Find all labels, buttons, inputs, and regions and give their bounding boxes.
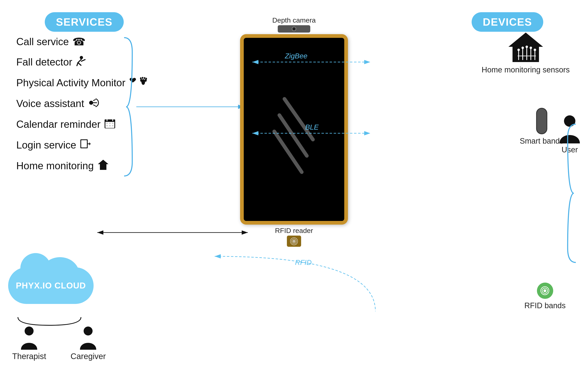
home-monitoring-label: Home monitoring bbox=[16, 160, 94, 172]
svg-point-57 bbox=[534, 49, 536, 51]
svg-line-36 bbox=[279, 115, 307, 156]
house-small-icon bbox=[98, 159, 109, 172]
caregiver-label: Caregiver bbox=[71, 352, 106, 361]
svg-line-13 bbox=[93, 100, 96, 101]
smart-bands-label: Smart bands bbox=[520, 137, 563, 145]
svg-line-15 bbox=[93, 105, 96, 106]
svg-line-1 bbox=[78, 59, 81, 63]
service-fall-detector: Fall detector bbox=[16, 56, 149, 68]
svg-line-2 bbox=[81, 60, 85, 61]
rfid-reader-box bbox=[287, 236, 301, 247]
tablet-device: Depth camera RFID reader bbox=[240, 16, 348, 247]
svg-line-4 bbox=[78, 63, 81, 65]
user-icon bbox=[557, 114, 582, 143]
user-label: User bbox=[562, 145, 578, 154]
rfid-bands-container: RFID bands bbox=[524, 283, 566, 310]
service-login-service: Login service bbox=[16, 139, 149, 151]
svg-point-8 bbox=[140, 77, 142, 79]
services-to-tablet-arrow bbox=[136, 105, 246, 109]
therapist-icon bbox=[19, 325, 39, 350]
services-list: Call service ☎ Fall detector Physical Ac… bbox=[16, 36, 149, 172]
tablet-screen[interactable] bbox=[244, 38, 344, 221]
svg-point-55 bbox=[526, 46, 528, 48]
calendar-reminder-label: Calendar reminder bbox=[16, 118, 100, 130]
voice-assistant-label: Voice assistant bbox=[16, 98, 84, 109]
rfid-reader-area: RFID reader bbox=[240, 227, 348, 247]
svg-marker-31 bbox=[89, 142, 91, 145]
svg-point-65 bbox=[543, 289, 546, 292]
rfid-bands-label: RFID bands bbox=[524, 301, 566, 310]
svg-rect-24 bbox=[112, 123, 114, 124]
therapist-label: Therapist bbox=[12, 352, 46, 361]
service-physical-activity: Physical Activity Monitor bbox=[16, 76, 149, 89]
cloud-shape: PHYX.IO CLOUD bbox=[8, 267, 94, 304]
fall-icon bbox=[76, 56, 87, 68]
svg-rect-23 bbox=[109, 123, 111, 124]
caregiver-icon bbox=[78, 325, 98, 350]
svg-rect-25 bbox=[106, 125, 108, 126]
home-sensor-container: Home monitoring sensors bbox=[482, 32, 570, 74]
voice-icon bbox=[88, 97, 100, 110]
svg-rect-29 bbox=[81, 140, 87, 148]
svg-point-7 bbox=[140, 79, 142, 82]
svg-point-46 bbox=[84, 326, 92, 335]
cloud-to-tablet-arrow bbox=[95, 230, 250, 235]
ble-label: BLE bbox=[305, 123, 319, 131]
rfid-reader-label: RFID reader bbox=[275, 227, 313, 234]
home-sensor-label: Home monitoring sensors bbox=[482, 66, 570, 74]
physical-activity-label: Physical Activity Monitor bbox=[16, 77, 125, 89]
fall-detector-label: Fall detector bbox=[16, 56, 72, 68]
people-row: Therapist Caregiver bbox=[12, 325, 106, 361]
band-icon bbox=[536, 108, 547, 134]
service-home-monitoring: Home monitoring bbox=[16, 159, 149, 172]
user-container: User bbox=[557, 114, 582, 154]
cloud-container: PHYX.IO CLOUD bbox=[8, 267, 94, 304]
svg-point-12 bbox=[89, 101, 93, 105]
svg-point-41 bbox=[293, 241, 295, 242]
svg-point-54 bbox=[522, 47, 524, 49]
svg-point-69 bbox=[564, 115, 575, 127]
devices-badge: DEVICES bbox=[472, 12, 543, 32]
svg-rect-22 bbox=[106, 123, 108, 124]
services-badge: SERVICES bbox=[45, 12, 124, 32]
therapist-person: Therapist bbox=[12, 325, 46, 361]
camera-area: Depth camera bbox=[240, 16, 348, 33]
calendar-icon bbox=[104, 118, 116, 131]
svg-point-10 bbox=[144, 77, 145, 79]
rfid-label: RFID bbox=[295, 258, 312, 267]
svg-point-53 bbox=[517, 49, 520, 51]
svg-line-35 bbox=[284, 99, 313, 140]
service-calendar-reminder: Calendar reminder bbox=[16, 118, 149, 131]
rfid-band-icon bbox=[537, 283, 553, 299]
camera-bar bbox=[278, 25, 310, 33]
svg-marker-32 bbox=[98, 160, 108, 170]
caregiver-person: Caregiver bbox=[71, 325, 106, 361]
service-call-service: Call service ☎ bbox=[16, 36, 149, 48]
house-circuit-icon bbox=[507, 32, 544, 63]
svg-point-56 bbox=[530, 47, 532, 49]
svg-rect-27 bbox=[112, 125, 114, 126]
heart-footprint-icon bbox=[129, 76, 149, 89]
svg-line-37 bbox=[274, 131, 302, 172]
tablet-outer bbox=[240, 34, 348, 225]
svg-rect-19 bbox=[105, 119, 115, 122]
rfid-pattern-icon bbox=[289, 237, 299, 245]
svg-rect-26 bbox=[109, 125, 111, 126]
svg-rect-18 bbox=[105, 121, 114, 128]
phone-icon: ☎ bbox=[72, 36, 86, 48]
screen-lines bbox=[244, 38, 344, 221]
svg-point-9 bbox=[142, 77, 143, 79]
svg-point-11 bbox=[146, 78, 147, 80]
smart-bands-container: Smart bands bbox=[520, 108, 563, 145]
rfid-signal-icon bbox=[539, 285, 551, 296]
depth-camera-label: Depth camera bbox=[272, 16, 316, 24]
zigbee-label: ZigBee bbox=[285, 52, 307, 60]
cloud-label: PHYX.IO CLOUD bbox=[16, 281, 86, 291]
login-service-label: Login service bbox=[16, 139, 76, 151]
svg-point-45 bbox=[25, 326, 33, 335]
service-voice-assistant: Voice assistant bbox=[16, 97, 149, 110]
call-service-label: Call service bbox=[16, 36, 69, 48]
login-icon bbox=[80, 139, 91, 151]
camera-lens bbox=[292, 27, 296, 31]
